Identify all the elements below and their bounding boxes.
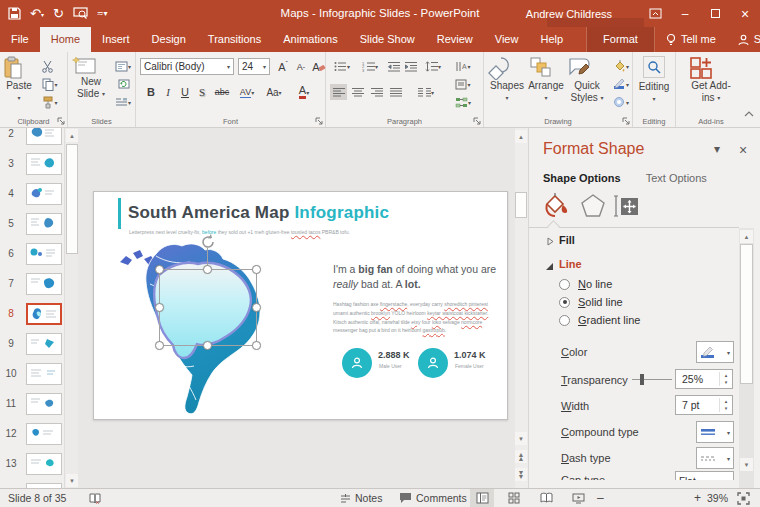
thumbnail-slide-7[interactable]: 7 (0, 270, 64, 300)
slide-canvas[interactable]: South America Map Infographic Letterpres… (93, 191, 508, 420)
paste-button[interactable]: Paste▾ (3, 56, 35, 103)
shrink-font-icon[interactable]: Aˇ (292, 59, 310, 75)
compound-type-dropdown[interactable]: ▾ (696, 421, 734, 443)
fill-expand-icon[interactable] (547, 237, 554, 246)
zoom-level[interactable]: 39% (707, 489, 728, 507)
shapes-button[interactable]: Shapes▾ (488, 56, 526, 103)
selection-handle-w[interactable] (155, 303, 164, 312)
tab-format[interactable]: Format (586, 27, 655, 52)
selection-handle-n[interactable] (203, 265, 212, 274)
no-line-radio[interactable]: No line (559, 278, 612, 290)
spell-check-icon[interactable] (88, 489, 101, 507)
align-right-button[interactable] (368, 84, 385, 100)
shape-fill-icon[interactable]: ▾ (610, 58, 632, 74)
slide-title[interactable]: South America Map Infographic (128, 203, 389, 223)
pane-options-icon[interactable]: ▾ (714, 142, 720, 156)
spinner-arrows-icon[interactable]: ▴▾ (719, 398, 732, 412)
thumbnail-slide-13[interactable]: 13 (0, 450, 64, 480)
tab-review[interactable]: Review (426, 27, 484, 52)
grow-font-icon[interactable]: Aˆ (274, 59, 292, 75)
width-spinner[interactable]: 7 pt▴▾ (675, 395, 733, 415)
tab-help[interactable]: Help (529, 27, 574, 52)
slide-sorter-view-button[interactable] (502, 489, 526, 507)
bold-button[interactable]: B (144, 84, 158, 100)
pane-scroll-up-icon[interactable]: ▲ (740, 230, 753, 243)
thumbnail-slide-11[interactable]: 11 (0, 390, 64, 420)
thumbnail-slide-3[interactable]: 3 (0, 150, 64, 180)
tab-insert[interactable]: Insert (91, 27, 141, 52)
transparency-slider-track[interactable] (632, 379, 672, 380)
thumbnails-scroll-up-icon[interactable]: ▲ (66, 129, 78, 142)
thumbnail-slide-10[interactable]: 10 (0, 360, 64, 390)
close-button[interactable]: × (730, 0, 760, 27)
reset-slide-icon[interactable] (112, 76, 134, 92)
align-text-icon[interactable]: ▾ (450, 76, 476, 92)
line-section-header[interactable]: Line (559, 258, 582, 270)
next-slide-icon[interactable]: ▼▼ (515, 468, 527, 481)
pane-scrollbar[interactable]: ▲ (739, 228, 754, 488)
thumbnails-scroll-down-icon[interactable]: ▼ (66, 474, 78, 487)
fill-line-icon[interactable] (541, 192, 571, 220)
slide-editor-canvas[interactable]: South America Map Infographic Letterpres… (78, 128, 515, 488)
cut-icon[interactable] (38, 58, 56, 74)
selection-handle-nw[interactable] (155, 265, 164, 274)
tab-text-options[interactable]: Text Options (646, 172, 707, 184)
align-center-button[interactable] (349, 84, 366, 100)
thumbnail-slide-12[interactable]: 12 (0, 420, 64, 450)
increase-indent-icon[interactable] (403, 58, 419, 74)
quick-styles-button[interactable]: Quick Styles ▾ (566, 56, 608, 103)
character-spacing-button[interactable]: AV▾ (234, 84, 260, 100)
slide-number-indicator[interactable]: Slide 8 of 35 (8, 489, 66, 507)
tab-file[interactable]: File (0, 27, 40, 52)
tab-slideshow[interactable]: Slide Show (349, 27, 426, 52)
dash-type-dropdown[interactable]: ▾ (696, 447, 734, 469)
fit-slide-to-window-icon[interactable] (737, 489, 750, 507)
comments-button[interactable]: Comments (399, 489, 467, 507)
selection-handle-s[interactable] (203, 341, 212, 350)
rotation-handle[interactable] (200, 234, 216, 250)
restore-button[interactable] (700, 0, 730, 27)
tab-home[interactable]: Home (40, 27, 91, 52)
thumbnail-slide-2[interactable]: 2 (0, 128, 64, 150)
tab-animations[interactable]: Animations (272, 27, 348, 52)
clipboard-dialog-launcher[interactable] (57, 117, 65, 125)
previous-slide-icon[interactable]: ▲▲ (515, 450, 527, 463)
text-shadow-button[interactable]: S (195, 84, 209, 100)
transparency-spinner[interactable]: 25%▴▾ (675, 369, 733, 389)
font-color-button[interactable]: A▾ (292, 84, 316, 100)
change-case-button[interactable]: Aa▾ (262, 84, 286, 100)
tab-view[interactable]: View (484, 27, 530, 52)
tab-design[interactable]: Design (141, 27, 197, 52)
normal-view-button[interactable] (470, 489, 494, 507)
thumbnail-slide-5[interactable]: 5 (0, 210, 64, 240)
thumbnail-slide-14[interactable]: 14 (0, 480, 64, 488)
transparency-slider-thumb[interactable] (640, 374, 644, 385)
numbering-icon[interactable]: 123▾ (358, 58, 382, 74)
format-painter-icon[interactable]: ▾ (38, 94, 62, 110)
editor-scroll-down-icon[interactable]: ▼ (515, 432, 527, 445)
solid-line-radio[interactable]: Solid line (559, 296, 623, 308)
editor-scroll-up-icon[interactable]: ▲ (515, 130, 527, 143)
align-left-button[interactable] (330, 84, 347, 100)
user-name[interactable]: Andrew Childress (526, 8, 612, 20)
slide-body-text[interactable]: Hashtag fashion axe fingerstache, everyd… (333, 300, 508, 335)
font-size-combo[interactable]: 24▾ (238, 58, 270, 75)
font-dialog-launcher[interactable] (315, 117, 323, 125)
minimize-button[interactable]: – (670, 0, 700, 27)
line-color-button[interactable]: ▾ (696, 341, 734, 363)
pane-scroll-down-icon[interactable]: ▼ (740, 458, 753, 471)
arrange-button[interactable]: Arrange▾ (528, 56, 564, 103)
gradient-line-radio[interactable]: Gradient line (559, 314, 640, 326)
convert-smartart-icon[interactable]: ▾ (450, 94, 476, 110)
tab-transitions[interactable]: Transitions (197, 27, 272, 52)
reading-view-button[interactable] (534, 489, 558, 507)
section-icon[interactable]: ▾ (112, 94, 134, 110)
drawing-dialog-launcher[interactable] (622, 117, 630, 125)
thumbnails-scrollbar[interactable]: ▲ ▼ (64, 128, 78, 488)
shape-selection-rectangle[interactable] (159, 269, 257, 346)
tab-tell-me[interactable]: Tell me (655, 27, 727, 52)
copy-icon[interactable]: ▾ (38, 76, 62, 92)
decrease-indent-icon[interactable] (386, 58, 402, 74)
get-addins-button[interactable]: Get Add-ins ▾ (689, 56, 733, 103)
thumbnail-slide-6[interactable]: 6 (0, 240, 64, 270)
